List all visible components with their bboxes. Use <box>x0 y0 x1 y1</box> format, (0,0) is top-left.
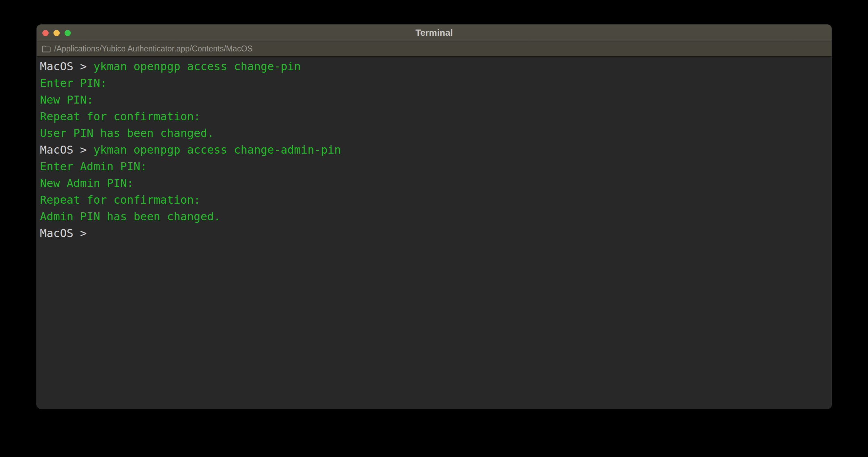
minimize-button[interactable] <box>53 30 60 36</box>
window-title: Terminal <box>415 27 453 38</box>
terminal-content[interactable]: MacOS > ykman openpgp access change-pin … <box>37 57 832 409</box>
terminal-output: User PIN has been changed. <box>40 127 214 140</box>
terminal-line: Admin PIN has been changed. <box>40 208 828 225</box>
desktop-background: Terminal /Applications/Yubico Authentica… <box>0 0 868 457</box>
terminal-line: New Admin PIN: <box>40 175 828 191</box>
terminal-line: MacOS > ykman openpgp access change-pin <box>40 58 828 75</box>
terminal-output: New Admin PIN: <box>40 177 134 190</box>
window-titlebar[interactable]: Terminal <box>37 25 832 41</box>
terminal-line: MacOS > ykman openpgp access change-admi… <box>40 141 828 158</box>
terminal-output: Admin PIN has been changed. <box>40 210 220 223</box>
zoom-button[interactable] <box>65 30 71 36</box>
terminal-line: Repeat for confirmation: <box>40 191 828 208</box>
shell-prompt: MacOS > <box>40 227 93 240</box>
terminal-window: Terminal /Applications/Yubico Authentica… <box>36 24 832 409</box>
terminal-line: MacOS > <box>40 225 828 242</box>
terminal-command: ykman openpgp access change-pin <box>93 60 301 73</box>
terminal-output: Enter PIN: <box>40 76 107 90</box>
terminal-line: User PIN has been changed. <box>40 125 828 141</box>
terminal-output: Repeat for confirmation: <box>40 193 200 206</box>
folder-icon <box>42 45 51 53</box>
tab-path-bar: /Applications/Yubico Authenticator.app/C… <box>37 41 832 57</box>
terminal-line: Repeat for confirmation: <box>40 108 828 125</box>
working-directory-path: /Applications/Yubico Authenticator.app/C… <box>54 44 253 54</box>
terminal-line: New PIN: <box>40 91 828 108</box>
shell-prompt: MacOS > <box>40 60 93 73</box>
terminal-output: New PIN: <box>40 93 93 106</box>
terminal-line: Enter Admin PIN: <box>40 158 828 175</box>
terminal-output: Repeat for confirmation: <box>40 110 200 123</box>
terminal-command: ykman openpgp access change-admin-pin <box>93 143 341 156</box>
shell-prompt: MacOS > <box>40 143 93 156</box>
traffic-light-buttons <box>42 25 71 41</box>
terminal-output: Enter Admin PIN: <box>40 160 147 173</box>
close-button[interactable] <box>42 30 49 36</box>
terminal-line: Enter PIN: <box>40 75 828 91</box>
